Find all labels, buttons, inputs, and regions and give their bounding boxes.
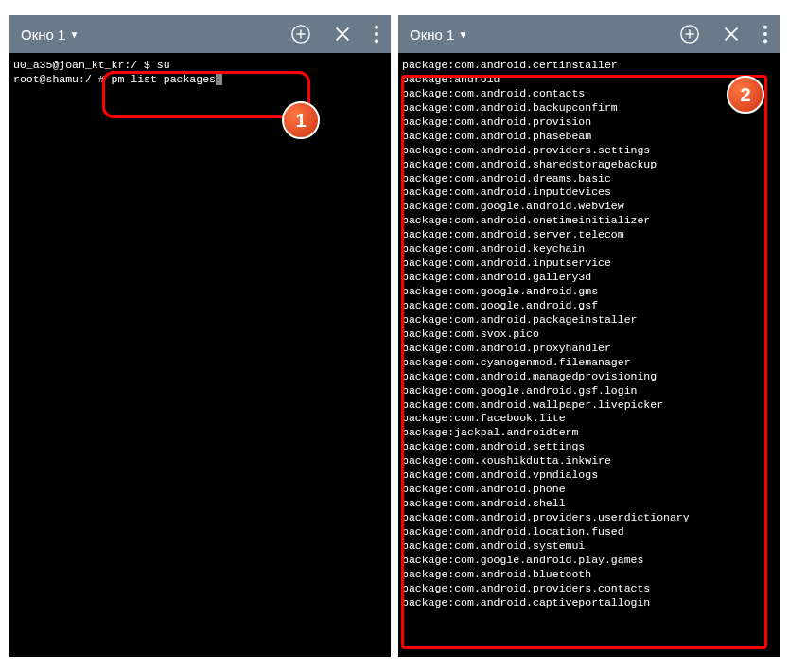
svg-point-5 [375, 26, 378, 29]
package-line: package:com.google.android.play.games [402, 554, 776, 568]
annotation-badge-1: 1 [282, 101, 320, 139]
terminal-output-right[interactable]: package:com.android.certinstallerpackage… [398, 53, 780, 657]
package-line: package:com.cyanogenmod.filemanager [402, 356, 776, 370]
more-menu-button[interactable] [374, 24, 379, 44]
package-line: package:com.android.settings [402, 440, 776, 454]
package-line: package:com.android.server.telecom [402, 228, 776, 242]
svg-point-7 [375, 39, 378, 43]
package-line: package:com.android.proxyhandler [402, 342, 776, 356]
title-actions [679, 24, 768, 44]
package-line: package:com.android.phasebeam [402, 130, 776, 144]
window-title-dropdown[interactable]: Окно 1 ▼ [21, 27, 79, 43]
chevron-down-icon: ▼ [458, 29, 467, 40]
package-line: package:com.android.backupconfirm [402, 101, 776, 115]
package-line: package:com.android.certinstaller [402, 59, 776, 73]
package-line: package:com.android.managedprovisioning [402, 370, 776, 384]
package-line: package:com.android.inputservice [402, 256, 776, 271]
svg-point-14 [763, 32, 767, 36]
package-line: package:com.google.android.webview [402, 200, 776, 214]
command-text: pm list packages [112, 73, 216, 85]
more-menu-button[interactable] [763, 24, 768, 44]
package-line: package:com.android.dreams.basic [402, 172, 776, 186]
package-line: package:com.android.gallery3d [402, 271, 776, 285]
package-line: package:android [402, 73, 776, 87]
cursor-icon [216, 73, 222, 85]
package-line: package:com.google.android.gsf.login [402, 384, 776, 398]
title-bar-right: Окно 1 ▼ [398, 15, 780, 53]
package-line: package:com.android.bluetooth [402, 568, 776, 582]
window-title: Окно 1 [21, 27, 65, 43]
package-line: package:com.facebook.lite [402, 412, 776, 426]
package-line: package:com.svox.pico [402, 327, 776, 342]
title-actions [290, 24, 379, 44]
prompt-text: root@shamu:/ # [13, 73, 112, 85]
prompt-text: u0_a35@joan_kt_kr:/ $ [13, 59, 157, 71]
package-line: package:com.android.sharedstoragebackup [402, 158, 776, 172]
package-line: package:com.android.phone [402, 483, 776, 497]
terminal-window-right: Окно 1 ▼ [398, 15, 780, 657]
package-line: package:com.android.captiveportallogin [402, 596, 776, 610]
package-line: package:com.android.systemui [402, 539, 776, 554]
command-text: su [157, 59, 170, 71]
close-button[interactable] [332, 24, 353, 44]
package-line: package:com.android.providers.settings [402, 144, 776, 158]
package-line: package:com.google.android.gsf [402, 299, 776, 313]
svg-point-6 [375, 32, 378, 36]
terminal-output-left[interactable]: u0_a35@joan_kt_kr:/ $ su root@shamu:/ # … [9, 53, 391, 657]
add-tab-button[interactable] [290, 24, 311, 44]
package-line: package:com.android.providers.userdictio… [402, 511, 776, 525]
svg-point-13 [763, 26, 767, 29]
package-line: package:com.android.packageinstaller [402, 313, 776, 327]
package-line: package:com.android.onetimeinitializer [402, 214, 776, 228]
badge-number: 1 [295, 110, 306, 132]
title-bar-left: Окно 1 ▼ [9, 15, 391, 53]
terminal-line: root@shamu:/ # pm list packages [13, 73, 387, 87]
add-tab-button[interactable] [679, 24, 700, 44]
package-line: package:com.android.location.fused [402, 525, 776, 539]
package-line: package:com.koushikdutta.inkwire [402, 454, 776, 469]
close-button[interactable] [721, 24, 742, 44]
package-line: package:com.android.contacts [402, 87, 776, 101]
package-line: package:com.android.inputdevices [402, 186, 776, 200]
package-line: package:com.android.provision [402, 115, 776, 130]
window-title-dropdown[interactable]: Окно 1 ▼ [410, 27, 467, 43]
package-list: package:com.android.certinstallerpackage… [402, 59, 776, 610]
window-title: Окно 1 [410, 27, 454, 43]
package-line: package:com.android.vpndialogs [402, 469, 776, 483]
badge-number: 2 [740, 84, 750, 106]
chevron-down-icon: ▼ [69, 29, 79, 40]
terminal-window-left: Окно 1 ▼ [9, 15, 391, 657]
package-line: package:com.android.wallpaper.livepicker [402, 398, 776, 413]
svg-point-15 [763, 39, 767, 43]
package-line: package:com.android.providers.contacts [402, 582, 776, 596]
annotation-badge-2: 2 [727, 76, 764, 114]
terminal-line: u0_a35@joan_kt_kr:/ $ su [13, 59, 387, 73]
package-line: package:jackpal.androidterm [402, 426, 776, 440]
package-line: package:com.google.android.gms [402, 285, 776, 299]
package-line: package:com.android.keychain [402, 242, 776, 256]
package-line: package:com.android.shell [402, 497, 776, 511]
